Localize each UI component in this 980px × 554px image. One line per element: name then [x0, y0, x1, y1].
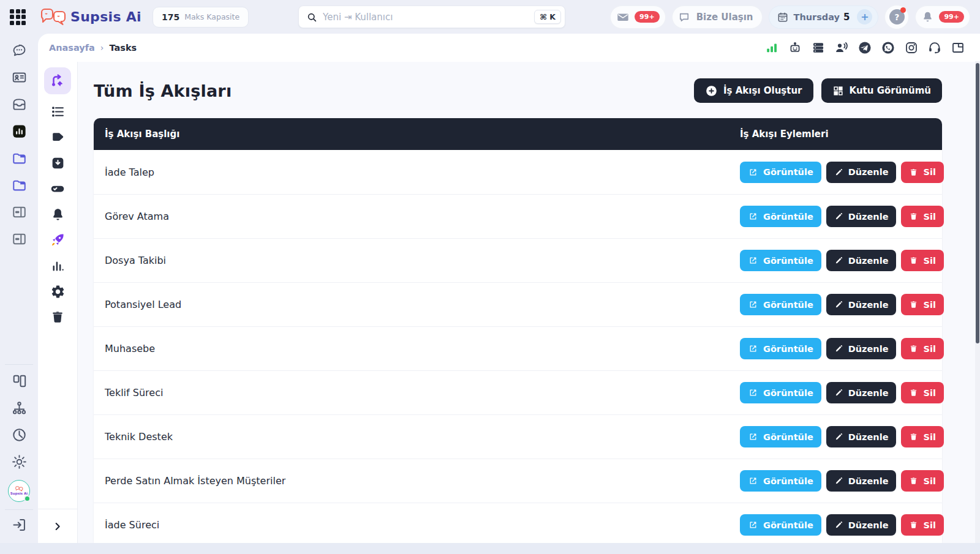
delete-button[interactable]: Sil: [901, 338, 943, 359]
edit-button[interactable]: Düzenle: [826, 382, 897, 403]
content-area: Tüm İş Akışları İş Akışı Oluştur: [78, 62, 980, 543]
date-chip[interactable]: Thursday 5 +: [769, 6, 879, 29]
edit-button[interactable]: Düzenle: [826, 206, 897, 227]
breadcrumb-home[interactable]: Anasayfa: [49, 43, 95, 53]
contact-us-button[interactable]: Bize Ulaşın: [672, 6, 763, 29]
clock-icon[interactable]: [10, 426, 28, 443]
edit-button[interactable]: Düzenle: [826, 470, 897, 492]
delete-button-label: Sil: [923, 432, 935, 442]
inbox-tray-icon[interactable]: [10, 95, 28, 113]
sidebar-item-toggle-check[interactable]: [44, 176, 71, 201]
edit-button[interactable]: Düzenle: [826, 294, 897, 315]
view-button[interactable]: Görüntüle: [740, 426, 821, 447]
sidebar-item-archive[interactable]: [44, 150, 71, 176]
table-row: Teknik Destek Görüntüle Dü: [94, 414, 942, 459]
logout-icon[interactable]: [10, 516, 28, 533]
notifications-button[interactable]: 99+: [915, 6, 970, 29]
delete-button[interactable]: Sil: [901, 250, 943, 271]
sidebar-item-reports[interactable]: [44, 253, 71, 279]
view-button-label: Görüntüle: [763, 432, 813, 442]
view-button[interactable]: Görüntüle: [740, 162, 821, 183]
brand-logo[interactable]: Supsis Ai: [39, 7, 141, 26]
sidebar-item-notifications[interactable]: [44, 201, 71, 227]
notification-count-badge: 99+: [939, 11, 964, 23]
whatsapp-icon[interactable]: [881, 40, 895, 55]
delete-button[interactable]: Sil: [901, 206, 943, 227]
instagram-icon[interactable]: [904, 40, 919, 55]
create-workflow-button[interactable]: İş Akışı Oluştur: [694, 78, 813, 103]
view-button[interactable]: Görüntüle: [740, 206, 821, 227]
pencil-icon: [834, 256, 843, 265]
row-actions: Görüntüle Düzenle: [740, 426, 942, 447]
global-search[interactable]: ⌘ K: [298, 6, 565, 28]
scrollbar-thumb[interactable]: [976, 63, 979, 343]
main-panel: Anasayfa › Tasks: [38, 34, 980, 543]
inbox-button[interactable]: 99+: [610, 6, 666, 29]
pencil-icon: [834, 476, 843, 485]
gear-icon[interactable]: [10, 453, 28, 470]
sidebar-item-trash[interactable]: [44, 304, 71, 330]
view-button[interactable]: Görüntüle: [740, 470, 821, 492]
analytics-icon[interactable]: [10, 122, 28, 140]
row-actions: Görüntüle Düzenle: [740, 206, 942, 227]
delete-button[interactable]: Sil: [901, 426, 943, 447]
delete-button-label: Sil: [923, 212, 935, 222]
signal-bars-icon[interactable]: [764, 40, 779, 55]
sidebar-item-workflows[interactable]: [44, 67, 71, 94]
view-button[interactable]: Görüntüle: [740, 338, 821, 359]
view-button[interactable]: Görüntüle: [740, 514, 821, 536]
contact-card-icon[interactable]: [10, 69, 28, 86]
folder-icon-2[interactable]: [10, 176, 28, 193]
apps-grid-icon[interactable]: [10, 9, 26, 25]
window-open-icon[interactable]: [951, 40, 965, 55]
view-button-label: Görüntüle: [763, 212, 813, 222]
edit-button-label: Düzenle: [848, 212, 889, 222]
edit-button[interactable]: Düzenle: [826, 426, 897, 447]
delete-button[interactable]: Sil: [901, 382, 943, 403]
delete-button[interactable]: Sil: [901, 514, 943, 536]
edit-button[interactable]: Düzenle: [826, 338, 897, 359]
voice-announce-icon[interactable]: [834, 40, 849, 55]
edit-button[interactable]: Düzenle: [826, 514, 897, 536]
view-button-label: Görüntüle: [763, 344, 813, 354]
pencil-icon: [834, 520, 843, 530]
delete-button[interactable]: Sil: [901, 294, 943, 315]
folder-icon[interactable]: [10, 149, 28, 167]
breadcrumb-separator: ›: [100, 43, 104, 53]
sidebar-item-settings[interactable]: [44, 279, 71, 304]
edit-button-label: Düzenle: [848, 388, 889, 398]
row-title: İade Talep: [105, 167, 740, 178]
trash-icon: [909, 432, 918, 441]
server-icon[interactable]: [811, 40, 826, 55]
add-event-button[interactable]: +: [857, 9, 872, 24]
edit-button[interactable]: Düzenle: [826, 162, 897, 183]
kanban-icon[interactable]: [10, 372, 28, 389]
view-button[interactable]: Görüntüle: [740, 382, 821, 403]
telegram-icon[interactable]: [858, 40, 872, 55]
delete-button[interactable]: Sil: [901, 162, 943, 183]
chatbot-icon[interactable]: [788, 40, 802, 55]
search-input[interactable]: [323, 12, 534, 23]
sidebar-item-tags[interactable]: [44, 124, 71, 150]
pencil-icon: [834, 432, 843, 441]
window-layout-icon[interactable]: [10, 203, 28, 220]
view-button[interactable]: Görüntüle: [740, 294, 821, 315]
edit-button[interactable]: Düzenle: [826, 250, 897, 271]
delete-button[interactable]: Sil: [901, 470, 943, 492]
view-button[interactable]: Görüntüle: [740, 250, 821, 271]
help-button[interactable]: ?: [884, 5, 909, 29]
sidebar-item-rocket[interactable]: [44, 227, 71, 253]
delete-button-label: Sil: [923, 388, 935, 398]
user-avatar[interactable]: Supsis Ai: [8, 480, 30, 502]
table-row: Potansiyel Lead Görüntüle: [94, 282, 942, 326]
window-layout-icon-2[interactable]: [10, 230, 28, 247]
box-view-button[interactable]: Kutu Görünümü: [821, 78, 942, 103]
sidebar-item-list[interactable]: [44, 99, 71, 124]
headset-icon[interactable]: [927, 40, 942, 55]
sitemap-icon[interactable]: [10, 399, 28, 416]
chat-bubble-icon[interactable]: [10, 42, 28, 59]
sidebar-expand-button[interactable]: [38, 509, 77, 543]
page-title: Tüm İş Akışları: [94, 81, 232, 100]
scrollbar-track[interactable]: [975, 61, 980, 543]
column-header-title: İş Akışı Başlığı: [105, 129, 740, 140]
